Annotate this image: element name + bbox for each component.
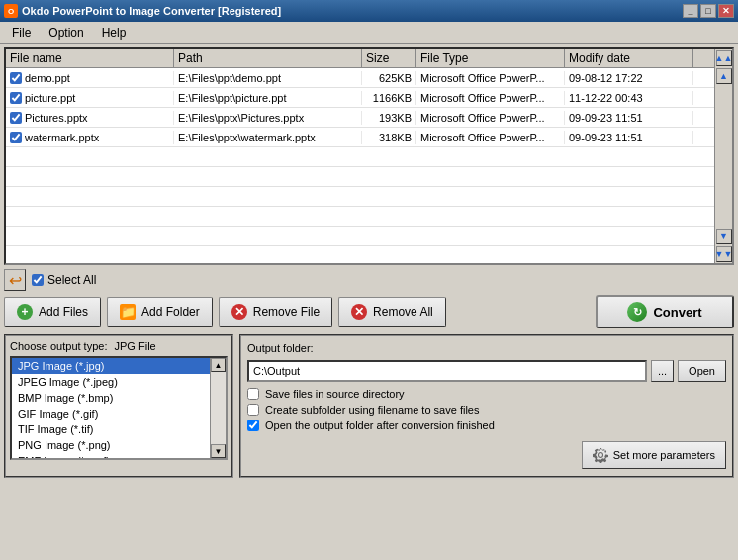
- title-bar: O Okdo PowerPoint to Image Converter [Re…: [0, 0, 738, 22]
- main-window: File name Path Size File Type Modify dat…: [0, 44, 738, 560]
- table-row-empty: [6, 187, 714, 207]
- table-row-empty: [6, 207, 714, 227]
- table-row-empty: [6, 167, 714, 187]
- cell-size-2: 193KB: [362, 111, 416, 125]
- save-source-label: Save files in source directory: [265, 388, 405, 400]
- add-icon: +: [17, 304, 33, 320]
- table-row: Pictures.pptx E:\Files\pptx\Pictures.ppt…: [6, 108, 714, 128]
- output-item-2[interactable]: BMP Image (*.bmp): [12, 390, 210, 406]
- scroll-bottom-btn[interactable]: ▼▼: [716, 246, 732, 262]
- folder-path-input[interactable]: [247, 360, 647, 382]
- scroll-up-btn[interactable]: ▲: [716, 68, 732, 84]
- col-modifydate: Modify date: [565, 49, 693, 67]
- checkbox-save-source: Save files in source directory: [247, 388, 726, 400]
- col-filename: File name: [6, 49, 174, 67]
- set-params-label: Set more parameters: [613, 449, 715, 461]
- remove-all-label: Remove All: [373, 305, 433, 319]
- output-item-4[interactable]: TIF Image (*.tif): [12, 421, 210, 437]
- table-row: watermark.pptx E:\Files\pptx\watermark.p…: [6, 128, 714, 147]
- output-item-5[interactable]: PNG Image (*.png): [12, 437, 210, 453]
- select-all-area: Select All: [32, 273, 96, 287]
- output-item-1[interactable]: JPEG Image (*.jpeg): [12, 374, 210, 390]
- minimize-button[interactable]: _: [683, 4, 698, 18]
- row-checkbox-1[interactable]: [10, 92, 22, 104]
- output-list: JPG Image (*.jpg) JPEG Image (*.jpeg) BM…: [12, 358, 210, 458]
- cell-date-3: 09-09-23 11:51: [565, 131, 693, 144]
- menu-help[interactable]: Help: [94, 24, 135, 42]
- add-files-button[interactable]: + Add Files: [4, 297, 101, 327]
- window-title: Okdo PowerPoint to Image Converter [Regi…: [22, 5, 281, 17]
- cell-type-2: Microsoft Office PowerP...: [416, 111, 565, 125]
- cell-path-1: E:\Files\ppt\picture.ppt: [174, 91, 362, 105]
- menu-file[interactable]: File: [4, 24, 39, 42]
- cell-size-1: 1166KB: [362, 91, 416, 105]
- select-all-label: Select All: [47, 273, 96, 287]
- checkbox-create-subfolder: Create subfolder using filename to save …: [247, 404, 726, 416]
- output-item-6[interactable]: EMF Image (*.emf): [12, 453, 210, 458]
- cell-size-0: 625KB: [362, 71, 416, 85]
- folder-input-row: ... Open: [247, 360, 726, 382]
- menu-option[interactable]: Option: [41, 24, 91, 42]
- cell-type-3: Microsoft Office PowerP...: [416, 131, 565, 144]
- folder-icon: 📁: [120, 304, 136, 320]
- select-all-checkbox[interactable]: [32, 274, 44, 286]
- table-row-empty: [6, 227, 714, 246]
- close-button[interactable]: ✕: [718, 4, 734, 18]
- scroll-down-btn[interactable]: ▼: [716, 229, 732, 244]
- cell-date-0: 09-08-12 17:22: [565, 71, 693, 85]
- output-scroll-down[interactable]: ▼: [211, 444, 226, 458]
- save-source-checkbox[interactable]: [247, 388, 259, 400]
- browse-button[interactable]: ...: [651, 360, 674, 382]
- maximize-button[interactable]: □: [700, 4, 716, 18]
- remove-file-button[interactable]: ✕ Remove File: [219, 297, 332, 327]
- set-params-row: Set more parameters: [247, 435, 726, 469]
- cell-path-2: E:\Files\pptx\Pictures.pptx: [174, 111, 362, 125]
- convert-icon: ↻: [627, 302, 647, 322]
- create-subfolder-label: Create subfolder using filename to save …: [265, 404, 479, 416]
- remove-file-label: Remove File: [253, 305, 320, 319]
- file-list-scrollbar[interactable]: ▲▲ ▲ ▼ ▼▼: [714, 49, 732, 263]
- cell-name-1: picture.ppt: [6, 91, 174, 105]
- open-button[interactable]: Open: [678, 360, 726, 382]
- open-after-checkbox[interactable]: [247, 420, 259, 431]
- cell-path-0: E:\Files\ppt\demo.ppt: [174, 71, 362, 85]
- filename-3: watermark.pptx: [25, 132, 99, 143]
- create-subfolder-checkbox[interactable]: [247, 404, 259, 416]
- table-row: demo.ppt E:\Files\ppt\demo.ppt 625KB Mic…: [6, 68, 714, 88]
- cell-name-0: demo.ppt: [6, 71, 174, 85]
- convert-label: Convert: [653, 305, 701, 320]
- col-filetype: File Type: [416, 49, 565, 67]
- col-path: Path: [174, 49, 362, 67]
- remove-icon: ✕: [231, 304, 247, 320]
- output-item-0[interactable]: JPG Image (*.jpg): [12, 358, 210, 374]
- filename-1: picture.ppt: [25, 92, 75, 104]
- bottom-controls-row: ↩ Select All: [4, 269, 734, 291]
- output-list-container: JPG Image (*.jpg) JPEG Image (*.jpeg) BM…: [10, 356, 228, 460]
- row-checkbox-3[interactable]: [10, 132, 22, 143]
- table-body: demo.ppt E:\Files\ppt\demo.ppt 625KB Mic…: [6, 68, 714, 251]
- table-row: picture.ppt E:\Files\ppt\picture.ppt 116…: [6, 88, 714, 108]
- cell-size-3: 318KB: [362, 131, 416, 144]
- back-arrow-button[interactable]: ↩: [4, 269, 26, 291]
- file-table: File name Path Size File Type Modify dat…: [6, 49, 714, 263]
- remove-all-button[interactable]: ✕ Remove All: [338, 297, 446, 327]
- row-checkbox-0[interactable]: [10, 72, 22, 84]
- output-scroll-up[interactable]: ▲: [211, 358, 226, 372]
- output-type-selected: JPG File: [115, 340, 156, 352]
- add-folder-button[interactable]: 📁 Add Folder: [107, 297, 213, 327]
- row-checkbox-2[interactable]: [10, 112, 22, 124]
- output-item-3[interactable]: GIF Image (*.gif): [12, 406, 210, 421]
- output-list-scrollbar[interactable]: ▲ ▼: [210, 358, 226, 458]
- set-params-button[interactable]: Set more parameters: [582, 441, 726, 469]
- cell-name-3: watermark.pptx: [6, 131, 174, 144]
- cell-path-3: E:\Files\pptx\watermark.pptx: [174, 131, 362, 144]
- buttons-row: + Add Files 📁 Add Folder ✕ Remove File ✕…: [4, 295, 734, 328]
- table-header: File name Path Size File Type Modify dat…: [6, 49, 714, 68]
- window-controls[interactable]: _ □ ✕: [683, 4, 734, 18]
- convert-button[interactable]: ↻ Convert: [596, 295, 734, 328]
- output-type-panel: Choose output type: JPG File JPG Image (…: [4, 334, 233, 478]
- cell-date-2: 09-09-23 11:51: [565, 111, 693, 125]
- scroll-top-btn[interactable]: ▲▲: [716, 50, 732, 66]
- app-icon: O: [4, 4, 18, 18]
- open-after-label: Open the output folder after conversion …: [265, 420, 495, 431]
